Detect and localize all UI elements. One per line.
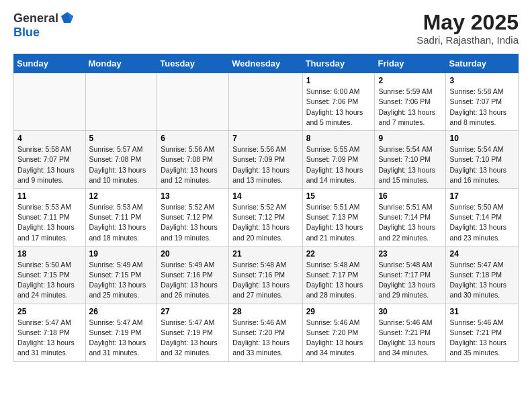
calendar-table: SundayMondayTuesdayWednesdayThursdayFrid…: [13, 54, 519, 361]
col-header-friday: Friday: [375, 54, 446, 73]
day-number: 24: [449, 249, 515, 259]
month-title: May 2025: [416, 11, 519, 34]
cell-details: Sunrise: 5:58 AM Sunset: 7:07 PM Dayligh…: [17, 144, 82, 185]
calendar-cell: 15Sunrise: 5:51 AM Sunset: 7:13 PM Dayli…: [302, 188, 375, 246]
day-number: 10: [449, 134, 515, 143]
calendar-cell: [14, 73, 86, 131]
day-number: 13: [161, 191, 225, 201]
col-header-tuesday: Tuesday: [157, 54, 229, 73]
cell-details: Sunrise: 5:52 AM Sunset: 7:12 PM Dayligh…: [161, 202, 225, 243]
cell-details: Sunrise: 5:48 AM Sunset: 7:17 PM Dayligh…: [306, 260, 371, 301]
week-row-1: 1Sunrise: 6:00 AM Sunset: 7:06 PM Daylig…: [14, 73, 519, 131]
calendar-cell: 27Sunrise: 5:47 AM Sunset: 7:19 PM Dayli…: [157, 304, 229, 361]
day-number: 29: [306, 307, 371, 316]
calendar-cell: 10Sunrise: 5:54 AM Sunset: 7:10 PM Dayli…: [446, 131, 519, 189]
calendar-cell: 2Sunrise: 5:59 AM Sunset: 7:06 PM Daylig…: [375, 73, 446, 131]
cell-details: Sunrise: 5:53 AM Sunset: 7:11 PM Dayligh…: [17, 202, 82, 243]
day-number: 5: [89, 134, 154, 143]
day-number: 21: [232, 249, 298, 259]
day-number: 22: [306, 249, 371, 259]
calendar-cell: 30Sunrise: 5:46 AM Sunset: 7:21 PM Dayli…: [375, 304, 446, 361]
day-number: 14: [232, 191, 298, 201]
week-row-2: 4Sunrise: 5:58 AM Sunset: 7:07 PM Daylig…: [14, 131, 519, 189]
calendar-cell: 18Sunrise: 5:50 AM Sunset: 7:15 PM Dayli…: [14, 246, 86, 304]
day-number: 1: [306, 76, 371, 85]
day-number: 6: [161, 134, 225, 143]
day-number: 4: [17, 134, 82, 143]
cell-details: Sunrise: 5:53 AM Sunset: 7:11 PM Dayligh…: [89, 202, 154, 243]
calendar-cell: 3Sunrise: 5:58 AM Sunset: 7:07 PM Daylig…: [446, 73, 519, 131]
cell-details: Sunrise: 6:00 AM Sunset: 7:06 PM Dayligh…: [306, 87, 371, 128]
cell-details: Sunrise: 5:49 AM Sunset: 7:15 PM Dayligh…: [89, 260, 154, 301]
day-number: 11: [17, 191, 82, 201]
day-number: 12: [89, 191, 154, 201]
calendar-cell: 4Sunrise: 5:58 AM Sunset: 7:07 PM Daylig…: [14, 131, 86, 189]
day-number: 16: [378, 191, 442, 201]
day-number: 28: [232, 307, 298, 316]
cell-details: Sunrise: 5:51 AM Sunset: 7:14 PM Dayligh…: [378, 202, 442, 243]
day-number: 19: [89, 249, 154, 259]
cell-details: Sunrise: 5:57 AM Sunset: 7:08 PM Dayligh…: [89, 144, 154, 185]
day-number: 9: [378, 134, 442, 143]
cell-details: Sunrise: 5:46 AM Sunset: 7:21 PM Dayligh…: [378, 318, 442, 359]
calendar-cell: 16Sunrise: 5:51 AM Sunset: 7:14 PM Dayli…: [375, 188, 446, 246]
day-number: 3: [449, 76, 515, 85]
calendar-cell: [229, 73, 302, 131]
cell-details: Sunrise: 5:49 AM Sunset: 7:16 PM Dayligh…: [161, 260, 225, 301]
day-number: 18: [17, 249, 82, 259]
calendar-cell: 12Sunrise: 5:53 AM Sunset: 7:11 PM Dayli…: [85, 188, 157, 246]
col-header-saturday: Saturday: [446, 54, 519, 73]
cell-details: Sunrise: 5:46 AM Sunset: 7:20 PM Dayligh…: [232, 318, 298, 359]
calendar-cell: [157, 73, 229, 131]
cell-details: Sunrise: 5:58 AM Sunset: 7:07 PM Dayligh…: [449, 87, 515, 128]
day-number: 25: [17, 307, 82, 316]
cell-details: Sunrise: 5:50 AM Sunset: 7:15 PM Dayligh…: [17, 260, 82, 301]
logo-general-text: General: [13, 11, 58, 26]
page: General Blue May 2025 Sadri, Rajasthan, …: [0, 0, 532, 373]
logo-flag-icon: [60, 11, 75, 26]
calendar-cell: 11Sunrise: 5:53 AM Sunset: 7:11 PM Dayli…: [14, 188, 86, 246]
calendar-cell: 20Sunrise: 5:49 AM Sunset: 7:16 PM Dayli…: [157, 246, 229, 304]
title-area: May 2025 Sadri, Rajasthan, India: [416, 11, 519, 46]
calendar-cell: 17Sunrise: 5:50 AM Sunset: 7:14 PM Dayli…: [446, 188, 519, 246]
col-header-wednesday: Wednesday: [229, 54, 302, 73]
cell-details: Sunrise: 5:48 AM Sunset: 7:16 PM Dayligh…: [232, 260, 298, 301]
calendar-cell: 25Sunrise: 5:47 AM Sunset: 7:18 PM Dayli…: [14, 304, 86, 361]
week-row-5: 25Sunrise: 5:47 AM Sunset: 7:18 PM Dayli…: [14, 304, 519, 361]
day-number: 8: [306, 134, 371, 143]
cell-details: Sunrise: 5:54 AM Sunset: 7:10 PM Dayligh…: [378, 144, 442, 185]
cell-details: Sunrise: 5:55 AM Sunset: 7:09 PM Dayligh…: [306, 144, 371, 185]
col-header-thursday: Thursday: [302, 54, 375, 73]
week-row-4: 18Sunrise: 5:50 AM Sunset: 7:15 PM Dayli…: [14, 246, 519, 304]
calendar-header-row: SundayMondayTuesdayWednesdayThursdayFrid…: [14, 54, 519, 73]
cell-details: Sunrise: 5:56 AM Sunset: 7:08 PM Dayligh…: [161, 144, 225, 185]
day-number: 26: [89, 307, 154, 316]
day-number: 20: [161, 249, 225, 259]
day-number: 27: [161, 307, 225, 316]
cell-details: Sunrise: 5:56 AM Sunset: 7:09 PM Dayligh…: [232, 144, 298, 185]
cell-details: Sunrise: 5:47 AM Sunset: 7:19 PM Dayligh…: [161, 318, 225, 359]
cell-details: Sunrise: 5:59 AM Sunset: 7:06 PM Dayligh…: [378, 87, 442, 128]
calendar-cell: 19Sunrise: 5:49 AM Sunset: 7:15 PM Dayli…: [85, 246, 157, 304]
calendar-cell: 13Sunrise: 5:52 AM Sunset: 7:12 PM Dayli…: [157, 188, 229, 246]
calendar-cell: 21Sunrise: 5:48 AM Sunset: 7:16 PM Dayli…: [229, 246, 302, 304]
page-header: General Blue May 2025 Sadri, Rajasthan, …: [13, 11, 519, 46]
col-header-sunday: Sunday: [14, 54, 86, 73]
calendar-cell: 28Sunrise: 5:46 AM Sunset: 7:20 PM Dayli…: [229, 304, 302, 361]
day-number: 23: [378, 249, 442, 259]
day-number: 15: [306, 191, 371, 201]
calendar-cell: 29Sunrise: 5:46 AM Sunset: 7:20 PM Dayli…: [302, 304, 375, 361]
logo-blue-text: Blue: [13, 26, 40, 39]
calendar-cell: 7Sunrise: 5:56 AM Sunset: 7:09 PM Daylig…: [229, 131, 302, 189]
calendar-cell: 1Sunrise: 6:00 AM Sunset: 7:06 PM Daylig…: [302, 73, 375, 131]
calendar-cell: 6Sunrise: 5:56 AM Sunset: 7:08 PM Daylig…: [157, 131, 229, 189]
col-header-monday: Monday: [85, 54, 157, 73]
cell-details: Sunrise: 5:51 AM Sunset: 7:13 PM Dayligh…: [306, 202, 371, 243]
day-number: 7: [232, 134, 298, 143]
cell-details: Sunrise: 5:46 AM Sunset: 7:21 PM Dayligh…: [449, 318, 515, 359]
cell-details: Sunrise: 5:52 AM Sunset: 7:12 PM Dayligh…: [232, 202, 298, 243]
cell-details: Sunrise: 5:47 AM Sunset: 7:19 PM Dayligh…: [89, 318, 154, 359]
calendar-cell: 8Sunrise: 5:55 AM Sunset: 7:09 PM Daylig…: [302, 131, 375, 189]
calendar-cell: 22Sunrise: 5:48 AM Sunset: 7:17 PM Dayli…: [302, 246, 375, 304]
cell-details: Sunrise: 5:54 AM Sunset: 7:10 PM Dayligh…: [449, 144, 515, 185]
